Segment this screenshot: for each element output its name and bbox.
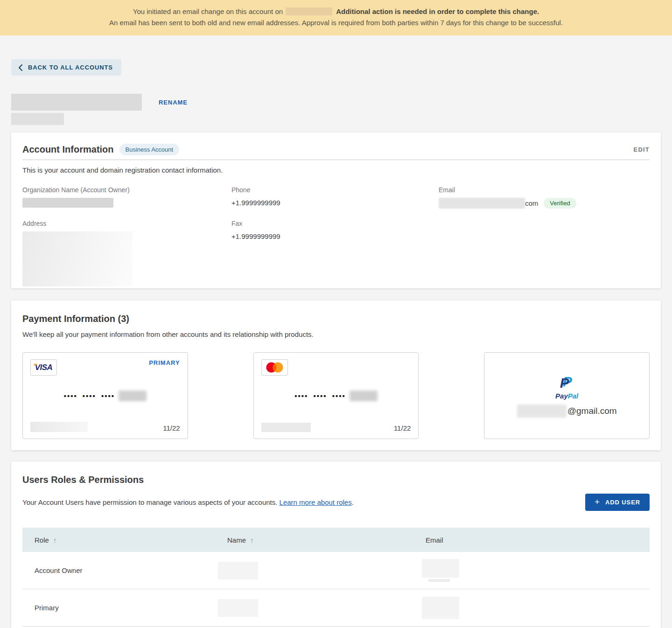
column-header-email: Email	[426, 536, 650, 544]
table-row: Account Owner	[22, 552, 650, 589]
account-info-divider	[22, 160, 650, 160]
payment-card-paypal: P P PayPal @gmail.com	[484, 352, 650, 439]
edit-link[interactable]: EDIT	[634, 146, 650, 153]
email-visible-suffix: com	[525, 198, 538, 208]
users-roles-description-text: Your Account Users have permission to ma…	[22, 498, 277, 506]
banner-line1-text: You initiated an email change on this ac…	[133, 7, 283, 15]
fax-value: +1.9999999999	[231, 231, 439, 241]
redacted-organization-name	[22, 198, 113, 208]
paypal-email-line: @gmail.com	[517, 405, 617, 418]
role-column-label: Role	[35, 536, 49, 544]
payment-info-description: We'll keep all your payment information …	[22, 329, 650, 339]
visa-icon: VISA	[35, 363, 53, 372]
row-email-cell	[422, 597, 650, 619]
redacted-user-name	[218, 562, 258, 579]
chevron-left-icon	[18, 64, 22, 71]
account-info-fields: Organization Name (Account Owner) Phone …	[22, 186, 650, 286]
row-role-value: Primary	[35, 604, 227, 612]
email-label: Email	[439, 186, 650, 194]
add-user-button[interactable]: + ADD USER	[585, 494, 650, 511]
table-row: Primary	[22, 589, 650, 627]
visa-card-footer: 11/22	[30, 422, 180, 432]
fields-grid-spacer	[439, 220, 650, 286]
paypal-monogram: P P	[560, 374, 574, 391]
phone-value: +1.9999999999	[231, 198, 439, 208]
visa-masked-dots: •••• •••• ••••	[64, 392, 115, 400]
add-user-label: ADD USER	[605, 499, 640, 506]
field-address: Address	[22, 220, 231, 286]
redacted-visa-cardholder	[30, 422, 88, 432]
organization-name-label: Organization Name (Account Owner)	[22, 186, 231, 194]
visa-wedge-accent	[33, 363, 37, 367]
users-roles-header: Users Roles & Permissions	[22, 474, 650, 485]
mastercard-card-footer: 11/22	[261, 423, 411, 432]
verified-badge: Verified	[544, 198, 576, 209]
redacted-date	[286, 7, 332, 15]
visa-wordmark: VISA	[35, 363, 53, 372]
email-change-banner: You initiated an email change on this ac…	[0, 0, 672, 35]
redacted-user-email-detail	[428, 579, 450, 582]
payment-card-visa: VISA PRIMARY •••• •••• •••• 11/22	[22, 352, 188, 439]
rename-link[interactable]: RENAME	[159, 99, 188, 106]
primary-badge: PRIMARY	[149, 359, 180, 366]
banner-line-2: An email has been sent to both old and n…	[19, 17, 653, 28]
learn-more-about-roles-link[interactable]: Learn more about roles	[280, 498, 352, 506]
banner-line-1: You initiated an email change on this ac…	[19, 6, 653, 17]
account-name-row: RENAME	[11, 94, 661, 111]
mastercard-icon	[266, 362, 283, 373]
mastercard-masked-number: •••• •••• ••••	[261, 391, 411, 401]
paypal-icon: P P PayPal	[555, 374, 578, 400]
visa-card-header: VISA PRIMARY	[30, 359, 180, 376]
visa-masked-number: •••• •••• ••••	[30, 391, 180, 401]
paypal-wordmark: PayPal	[555, 392, 578, 400]
redacted-email	[439, 198, 525, 209]
account-info-title: Account Information	[22, 144, 114, 155]
name-column-label: Name	[227, 536, 246, 544]
redacted-visa-last4	[119, 391, 147, 401]
redacted-paypal-email	[517, 405, 567, 418]
users-roles-table: Role ↑ Name ↑ Email Account Owner	[22, 528, 650, 628]
back-button-label: BACK TO ALL ACCOUNTS	[28, 64, 113, 71]
paypal-email-suffix: @gmail.com	[567, 406, 617, 416]
mastercard-card-header	[261, 359, 411, 376]
row-email-cell	[422, 559, 650, 582]
payment-info-header: Payment Information (3)	[22, 314, 650, 324]
sort-asc-icon: ↑	[250, 536, 254, 544]
redacted-account-name	[11, 94, 142, 111]
mastercard-logo-box	[261, 359, 288, 376]
business-account-badge: Business Account	[119, 144, 180, 155]
users-roles-title: Users Roles & Permissions	[22, 474, 144, 485]
field-organization-name: Organization Name (Account Owner)	[22, 186, 231, 209]
column-header-name[interactable]: Name ↑	[227, 536, 426, 544]
table-header-row: Role ↑ Name ↑ Email	[22, 528, 650, 552]
address-label: Address	[22, 220, 231, 227]
payment-methods-grid: VISA PRIMARY •••• •••• •••• 11/22	[22, 352, 650, 439]
mastercard-expiry: 11/22	[394, 424, 411, 432]
redacted-mastercard-cardholder	[261, 423, 311, 432]
column-header-role[interactable]: Role ↑	[35, 536, 227, 544]
payment-information-card: Payment Information (3) We'll keep all y…	[11, 300, 661, 450]
visa-expiry: 11/22	[163, 424, 180, 432]
users-roles-description: Your Account Users have permission to ma…	[22, 498, 354, 506]
payment-info-title: Payment Information (3)	[22, 314, 129, 324]
field-phone: Phone +1.9999999999	[231, 186, 439, 209]
paypal-wordmark-pal: Pal	[568, 392, 579, 400]
users-roles-desc-row: Your Account Users have permission to ma…	[22, 494, 650, 511]
fax-label: Fax	[231, 220, 439, 227]
phone-label: Phone	[231, 186, 439, 194]
users-roles-card: Users Roles & Permissions Your Account U…	[11, 461, 661, 628]
account-information-card: Account Information Business Account EDI…	[11, 133, 661, 288]
row-role-value: Account Owner	[35, 566, 227, 574]
paypal-wordmark-pay: Pay	[555, 392, 568, 400]
visa-logo-box: VISA	[30, 359, 57, 376]
account-info-description: This is your account and domain registra…	[22, 165, 650, 175]
email-column-label: Email	[426, 536, 443, 544]
field-email: Email com Verified	[439, 186, 650, 209]
field-fax: Fax +1.9999999999	[231, 220, 439, 286]
redacted-mastercard-last4	[350, 391, 378, 401]
redacted-user-name	[218, 599, 258, 617]
banner-line1-bold: Additional action is needed in order to …	[336, 7, 539, 15]
redacted-account-subtitle	[11, 113, 64, 125]
back-to-all-accounts-button[interactable]: BACK TO ALL ACCOUNTS	[11, 59, 121, 76]
link-suffix: .	[352, 498, 354, 506]
